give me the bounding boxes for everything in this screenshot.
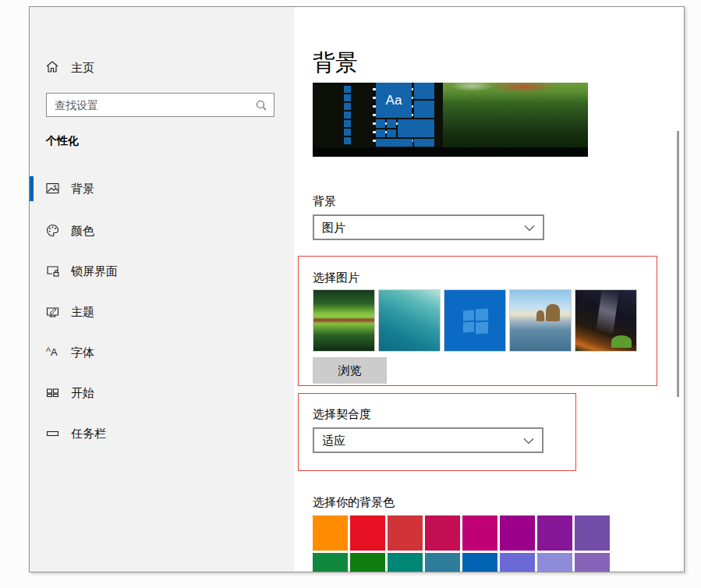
selected-accent-bar: [30, 176, 34, 201]
color-section-label: 选择你的背景色: [313, 495, 395, 510]
picture-section-label: 选择图片: [313, 271, 359, 285]
color-swatch[interactable]: [388, 553, 423, 572]
color-swatch[interactable]: [425, 553, 460, 572]
sidebar-item-label: 主题: [71, 305, 94, 320]
sidebar-item-label: 开始: [71, 386, 94, 401]
background-type-value: 图片: [322, 221, 345, 236]
preview-menu-square: [344, 86, 351, 93]
page-title: 背景: [313, 48, 358, 79]
sidebar-item-start[interactable]: 开始: [30, 381, 294, 405]
sidebar-item-background[interactable]: 背景: [30, 177, 294, 200]
preview-wallpaper: [443, 83, 588, 147]
sidebar-item-label: 锁屏界面: [71, 264, 118, 279]
fit-select[interactable]: 适应: [313, 427, 543, 453]
preview-menu-square: [344, 137, 351, 144]
background-dropdown-label: 背景: [313, 194, 336, 209]
palette-icon: [46, 224, 59, 237]
search-input[interactable]: 查找设置: [46, 93, 274, 117]
sidebar-item-home[interactable]: 主页: [30, 57, 294, 80]
color-swatch-row-2: [313, 553, 610, 572]
settings-window: 设置 — □ ✕ 主页 查找设置 个性化: [29, 6, 685, 572]
search-icon[interactable]: [255, 99, 267, 112]
preview-menu-square: [344, 129, 351, 136]
sidebar-item-label: 字体: [71, 345, 94, 360]
color-swatch-row-1: [313, 515, 610, 551]
preview-menu-square: [344, 94, 351, 101]
sidebar-item-lockscreen[interactable]: 锁屏界面: [30, 260, 294, 283]
windows-logo-icon: [463, 309, 488, 334]
home-icon: [45, 60, 59, 74]
chevron-down-icon: [523, 437, 534, 445]
color-swatch[interactable]: [575, 553, 610, 572]
sidebar-item-label: 背景: [71, 182, 94, 197]
sidebar-item-fonts[interactable]: AA 字体: [30, 341, 294, 364]
color-swatch[interactable]: [350, 515, 385, 551]
preview-menu-square: [344, 112, 351, 119]
wallpaper-thumbnail-night[interactable]: [575, 289, 637, 352]
color-swatch[interactable]: [425, 515, 460, 551]
color-swatch[interactable]: [462, 553, 497, 572]
wallpaper-thumbnail-windows-default[interactable]: [444, 289, 506, 352]
chevron-down-icon: [524, 225, 535, 232]
image-icon: [46, 182, 59, 195]
color-swatch[interactable]: [500, 553, 535, 572]
background-preview: Aa: [313, 83, 588, 157]
sidebar-item-colors[interactable]: 颜色: [30, 219, 294, 243]
sidebar-item-label: 颜色: [71, 224, 94, 239]
wallpaper-thumbnail-underwater[interactable]: [378, 289, 441, 352]
vertical-scrollbar[interactable]: [677, 131, 679, 397]
color-swatch[interactable]: [537, 515, 572, 551]
fit-dropdown-label: 选择契合度: [313, 407, 371, 422]
sidebar-item-label: 任务栏: [71, 427, 106, 441]
color-swatch[interactable]: [313, 553, 348, 572]
color-swatch[interactable]: [575, 515, 610, 551]
wallpaper-thumbnail-beach[interactable]: [509, 289, 572, 352]
sidebar-home-label: 主页: [71, 61, 94, 76]
fit-value: 适应: [322, 434, 345, 448]
color-swatch[interactable]: [462, 515, 497, 551]
color-swatch[interactable]: [388, 515, 423, 551]
preview-taskbar: [313, 147, 588, 157]
theme-brush-icon: [46, 305, 59, 318]
preview-aa-tile: Aa: [376, 83, 412, 118]
color-swatch[interactable]: [350, 553, 385, 572]
preview-menu-square: [344, 103, 351, 110]
browse-button[interactable]: 浏览: [313, 357, 387, 384]
preview-menu-square: [344, 120, 351, 127]
sidebar: 主页 查找设置 个性化 背景 颜色: [30, 7, 294, 572]
sidebar-item-taskbar[interactable]: 任务栏: [30, 422, 294, 445]
sidebar-section-title: 个性化: [46, 134, 79, 148]
color-swatch[interactable]: [313, 515, 348, 551]
search-placeholder: 查找设置: [55, 99, 98, 113]
background-type-select[interactable]: 图片: [313, 214, 544, 240]
wallpaper-thumbnail-fjord[interactable]: [313, 289, 375, 352]
color-swatch[interactable]: [500, 515, 535, 551]
fonts-aa-icon: AA: [46, 345, 59, 359]
taskbar-icon: [46, 427, 59, 440]
start-tiles-icon: [46, 386, 59, 399]
desktop-background: 设置 — □ ✕ 主页 查找设置 个性化: [0, 0, 701, 588]
color-swatch[interactable]: [537, 553, 572, 572]
lock-screen-icon: [46, 264, 59, 278]
sidebar-item-themes[interactable]: 主题: [30, 300, 294, 324]
main-content: 背景 Aa: [294, 7, 684, 572]
